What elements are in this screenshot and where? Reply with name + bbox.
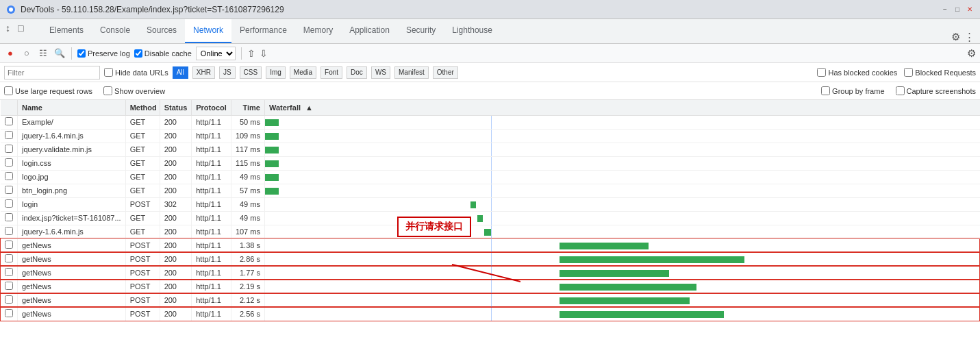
- import-button[interactable]: ⇧: [247, 48, 255, 59]
- row-checkbox[interactable]: [5, 241, 13, 249]
- tab-memory[interactable]: Memory: [295, 19, 341, 43]
- tab-security[interactable]: Security: [398, 19, 444, 43]
- filter-type-other[interactable]: Other: [433, 66, 458, 79]
- preserve-log-checkbox-label[interactable]: Preserve log: [77, 49, 130, 58]
- close-button[interactable]: ✕: [965, 5, 975, 14]
- use-large-rows-label[interactable]: Use large request rows: [4, 86, 92, 95]
- col-time[interactable]: Time: [231, 100, 264, 115]
- settings-button[interactable]: ⚙: [951, 31, 960, 43]
- waterfall-bar: [265, 160, 279, 167]
- hide-data-urls-checkbox[interactable]: [104, 68, 113, 77]
- row-checkbox[interactable]: [5, 117, 13, 125]
- tab-network[interactable]: Network: [185, 19, 231, 43]
- tab-performance[interactable]: Performance: [231, 19, 295, 43]
- cell-time: 49 ms: [231, 197, 264, 211]
- row-checkbox[interactable]: [5, 309, 13, 317]
- minimize-button[interactable]: −: [940, 5, 950, 14]
- filter-type-media[interactable]: Media: [290, 66, 316, 79]
- cell-status: 200: [160, 211, 192, 225]
- tab-console[interactable]: Console: [92, 19, 138, 43]
- row-checkbox[interactable]: [5, 186, 13, 194]
- filter-type-xhr[interactable]: XHR: [192, 66, 215, 79]
- cell-name: getNews: [18, 238, 126, 252]
- cell-name: jquery-1.6.4.min.js: [18, 129, 126, 143]
- filter-input[interactable]: [4, 66, 100, 79]
- row-checkbox[interactable]: [5, 268, 13, 276]
- disable-cache-checkbox-label[interactable]: Disable cache: [134, 49, 192, 58]
- tab-sources[interactable]: Sources: [138, 19, 185, 43]
- cell-name: jquery.validate.min.js: [18, 143, 126, 156]
- network-settings-button[interactable]: ⚙: [967, 47, 976, 60]
- table-row[interactable]: jquery.validate.min.jsGET200http/1.1117 …: [1, 143, 980, 156]
- has-blocked-cookies-label[interactable]: Has blocked cookies: [817, 68, 897, 77]
- throttle-select[interactable]: Online: [196, 47, 236, 60]
- table-row[interactable]: Example/GET200http/1.150 ms: [1, 115, 980, 129]
- filter-type-img[interactable]: Img: [266, 66, 286, 79]
- table-row[interactable]: getNewsPOST200http/1.12.19 s: [1, 280, 980, 293]
- table-row[interactable]: getNewsPOST200http/1.12.56 s: [1, 307, 980, 321]
- row-checkbox[interactable]: [5, 213, 13, 221]
- filter-button[interactable]: ☷: [37, 47, 49, 60]
- row-checkbox[interactable]: [5, 227, 13, 235]
- col-name[interactable]: Name: [18, 100, 126, 115]
- waterfall-bar: [560, 311, 724, 318]
- filter-type-ws[interactable]: WS: [371, 66, 390, 79]
- tab-application[interactable]: Application: [341, 19, 398, 43]
- capture-screenshots-checkbox[interactable]: [896, 86, 905, 95]
- row-checkbox[interactable]: [5, 282, 13, 290]
- show-overview-label[interactable]: Show overview: [103, 86, 165, 95]
- use-large-rows-checkbox[interactable]: [4, 86, 13, 95]
- filter-type-manifest[interactable]: Manifest: [394, 66, 429, 79]
- table-row[interactable]: getNewsPOST200http/1.12.12 s: [1, 293, 980, 307]
- table-row[interactable]: logo.jpgGET200http/1.149 ms: [1, 170, 980, 184]
- cell-status: 200: [160, 115, 192, 129]
- col-waterfall[interactable]: Waterfall ▲: [264, 100, 979, 115]
- row-checkbox[interactable]: [5, 131, 13, 139]
- search-button[interactable]: 🔍: [53, 47, 66, 60]
- cell-waterfall: [264, 115, 979, 129]
- row-checkbox[interactable]: [5, 199, 13, 208]
- row-checkbox[interactable]: [5, 158, 13, 167]
- table-row[interactable]: getNewsPOST200http/1.11.38 s: [1, 238, 980, 252]
- table-row[interactable]: jquery-1.6.4.min.jsGET200http/1.1109 ms: [1, 129, 980, 143]
- col-status[interactable]: Status: [160, 100, 192, 115]
- table-row[interactable]: index.jsp?ticket=ST-161087...GET200http/…: [1, 211, 980, 225]
- row-checkbox[interactable]: [5, 172, 13, 180]
- preserve-log-checkbox[interactable]: [77, 49, 86, 58]
- capture-screenshots-label[interactable]: Capture screenshots: [896, 86, 977, 95]
- clear-button[interactable]: ○: [21, 47, 33, 60]
- table-row[interactable]: login.cssGET200http/1.1115 ms: [1, 156, 980, 170]
- devtools-icon-1[interactable]: ↕: [5, 23, 10, 34]
- table-row[interactable]: getNewsPOST200http/1.11.77 s: [1, 266, 980, 280]
- filter-type-js[interactable]: JS: [219, 66, 236, 79]
- row-checkbox[interactable]: [5, 145, 13, 153]
- filter-type-doc[interactable]: Doc: [347, 66, 367, 79]
- row-checkbox[interactable]: [5, 254, 13, 262]
- devtools-icon-2[interactable]: □: [18, 23, 23, 34]
- filter-type-css[interactable]: CSS: [240, 66, 262, 79]
- table-row[interactable]: loginPOST302http/1.149 ms: [1, 197, 980, 211]
- blocked-requests-label[interactable]: Blocked Requests: [904, 68, 976, 77]
- tab-lighthouse[interactable]: Lighthouse: [444, 19, 501, 43]
- col-method[interactable]: Method: [125, 100, 160, 115]
- table-row[interactable]: getNewsPOST200http/1.12.86 s: [1, 252, 980, 266]
- group-by-frame-label[interactable]: Group by frame: [821, 86, 884, 95]
- row-checkbox[interactable]: [5, 295, 13, 304]
- show-overview-checkbox[interactable]: [103, 86, 112, 95]
- disable-cache-checkbox[interactable]: [134, 49, 142, 58]
- export-button[interactable]: ⇩: [260, 48, 268, 59]
- hide-data-urls-label[interactable]: Hide data URLs: [104, 68, 168, 77]
- filter-type-font[interactable]: Font: [321, 66, 342, 79]
- blocked-requests-checkbox[interactable]: [904, 68, 913, 77]
- col-protocol[interactable]: Protocol: [192, 100, 231, 115]
- table-row[interactable]: jquery-1.6.4.min.jsGET200http/1.1107 ms: [1, 225, 980, 238]
- record-button[interactable]: ●: [4, 47, 16, 60]
- maximize-button[interactable]: □: [953, 5, 962, 14]
- group-by-frame-checkbox[interactable]: [821, 86, 830, 95]
- table-row[interactable]: btn_login.pngGET200http/1.157 ms: [1, 184, 980, 197]
- more-button[interactable]: ⋮: [964, 31, 975, 43]
- has-blocked-cookies-checkbox[interactable]: [817, 68, 826, 77]
- cell-status: 200: [160, 266, 192, 280]
- filter-type-all[interactable]: All: [173, 66, 188, 79]
- tab-elements[interactable]: Elements: [41, 19, 92, 43]
